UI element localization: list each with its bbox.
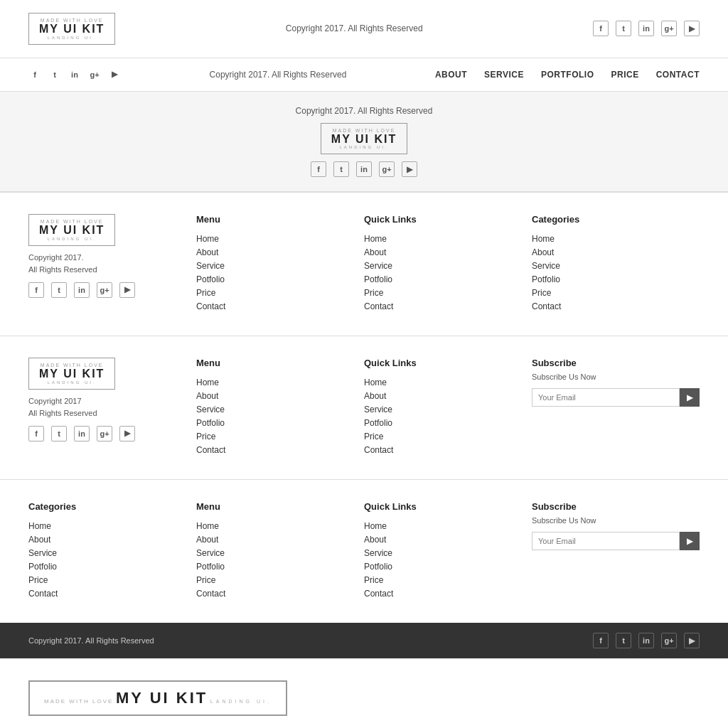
linkedin-icon[interactable]: in	[638, 633, 654, 648]
list-item[interactable]: Potfolio	[196, 418, 225, 428]
nav-about[interactable]: ABOUT	[435, 70, 467, 80]
list-item[interactable]: Potfolio	[532, 274, 560, 284]
list-item[interactable]: Service	[364, 548, 392, 558]
googleplus-icon[interactable]: g+	[661, 21, 677, 36]
nav-service[interactable]: SERVICE	[484, 70, 524, 80]
facebook-icon[interactable]: f	[311, 161, 326, 177]
menu-list: Home About Service Potfolio Price Contac…	[196, 377, 364, 455]
section5-logo: MADE WITH LOVE MY UI KIT LANDING UI.	[28, 358, 115, 390]
nav-contact[interactable]: CONTACT	[656, 70, 700, 80]
youtube-icon[interactable]: ▶	[119, 426, 135, 441]
youtube-icon[interactable]: ▶	[108, 68, 121, 81]
list-item[interactable]: About	[364, 391, 386, 401]
googleplus-icon[interactable]: g+	[661, 633, 677, 648]
list-item[interactable]: Contact	[364, 589, 393, 599]
facebook-icon[interactable]: f	[28, 426, 44, 441]
col-menu-5: Menu Home About Service Potfolio Price C…	[196, 358, 364, 458]
list-item[interactable]: Price	[196, 288, 215, 298]
linkedin-icon[interactable]: in	[74, 426, 90, 441]
list-item[interactable]: Price	[28, 575, 48, 585]
brand-made-with: MADE WITH LOVE	[44, 698, 113, 705]
youtube-icon[interactable]: ▶	[684, 633, 700, 648]
youtube-icon[interactable]: ▶	[402, 161, 417, 177]
subscribe-button[interactable]: ▶	[680, 532, 700, 550]
facebook-icon[interactable]: f	[28, 68, 41, 81]
list-item[interactable]: Service	[532, 261, 560, 271]
youtube-icon[interactable]: ▶	[684, 21, 700, 36]
list-item[interactable]: Service	[364, 405, 392, 414]
email-input[interactable]	[532, 388, 680, 407]
list-item[interactable]: Contact	[28, 589, 58, 599]
list-item[interactable]: Home	[28, 521, 51, 531]
googleplus-icon[interactable]: g+	[97, 282, 112, 298]
list-item[interactable]: Home	[196, 521, 219, 531]
brand-landing: LANDING UI.	[39, 36, 105, 40]
twitter-icon[interactable]: t	[51, 282, 67, 298]
linkedin-icon[interactable]: in	[68, 68, 81, 81]
list-item[interactable]: About	[196, 391, 218, 401]
section5-social: f t in g+ ▶	[28, 426, 196, 441]
list-item[interactable]: Contact	[196, 445, 225, 455]
linkedin-icon[interactable]: in	[356, 161, 372, 177]
list-item[interactable]: Contact	[364, 445, 393, 455]
facebook-icon[interactable]: f	[28, 282, 44, 298]
quick-links-list: Home About Service Potfolio Price Contac…	[364, 520, 532, 599]
list-item[interactable]: Contact	[364, 301, 393, 311]
nav-price[interactable]: PRICE	[611, 70, 639, 80]
list-item[interactable]: Home	[196, 378, 219, 387]
list-item[interactable]: Price	[196, 432, 215, 441]
subscribe-button[interactable]: ▶	[680, 388, 700, 407]
list-item[interactable]: Contact	[196, 589, 225, 599]
list-item[interactable]: Home	[364, 378, 387, 387]
twitter-icon[interactable]: t	[333, 161, 349, 177]
linkedin-icon[interactable]: in	[638, 21, 654, 36]
list-item[interactable]: Home	[196, 234, 219, 244]
list-item[interactable]: Service	[196, 548, 225, 558]
googleplus-icon[interactable]: g+	[88, 68, 101, 81]
list-item[interactable]: Service	[364, 261, 392, 271]
twitter-icon[interactable]: t	[616, 21, 631, 36]
list-item[interactable]: Potfolio	[364, 562, 392, 572]
quick-links-title: Quick Links	[364, 501, 532, 512]
list-item[interactable]: Potfolio	[364, 418, 392, 428]
list-item[interactable]: Price	[196, 575, 215, 585]
list-item[interactable]: Price	[364, 288, 383, 298]
section4-footer: MADE WITH LOVE MY UI KIT LANDING UI. Cop…	[0, 192, 728, 336]
googleplus-icon[interactable]: g+	[379, 161, 395, 177]
nav-portfolio[interactable]: PORTFOLIO	[541, 70, 594, 80]
list-item[interactable]: Potfolio	[28, 562, 57, 572]
twitter-icon[interactable]: t	[616, 633, 631, 648]
section1-social-icons: f t in g+ ▶	[593, 21, 700, 36]
list-item[interactable]: About	[196, 535, 218, 545]
list-item[interactable]: Home	[532, 234, 555, 244]
list-item[interactable]: About	[532, 247, 554, 257]
googleplus-icon[interactable]: g+	[97, 426, 112, 441]
list-item[interactable]: About	[196, 247, 218, 257]
list-item[interactable]: Potfolio	[364, 274, 392, 284]
list-item[interactable]: Price	[532, 288, 551, 298]
col-menu-6: Menu Home About Service Potfolio Price C…	[196, 501, 364, 601]
facebook-icon[interactable]: f	[593, 21, 609, 36]
list-item[interactable]: Home	[364, 234, 387, 244]
linkedin-icon[interactable]: in	[74, 282, 90, 298]
facebook-icon[interactable]: f	[593, 633, 609, 648]
section3-center: Copyright 2017. All Rights Reserved MADE…	[0, 92, 728, 193]
twitter-icon[interactable]: t	[48, 68, 61, 81]
list-item[interactable]: About	[364, 247, 386, 257]
list-item[interactable]: About	[364, 535, 386, 545]
list-item[interactable]: Contact	[532, 301, 561, 311]
email-input[interactable]	[532, 532, 680, 550]
list-item[interactable]: Price	[364, 575, 383, 585]
list-item[interactable]: Potfolio	[196, 274, 225, 284]
list-item[interactable]: About	[28, 535, 50, 545]
list-item[interactable]: Service	[196, 261, 225, 271]
list-item[interactable]: Home	[364, 521, 387, 531]
col-quick-links: Quick Links Home About Service Potfolio …	[364, 214, 532, 314]
list-item[interactable]: Service	[28, 548, 57, 558]
list-item[interactable]: Service	[196, 405, 225, 414]
list-item[interactable]: Potfolio	[196, 562, 225, 572]
youtube-icon[interactable]: ▶	[119, 282, 135, 298]
twitter-icon[interactable]: t	[51, 426, 67, 441]
list-item[interactable]: Price	[364, 432, 383, 441]
list-item[interactable]: Contact	[196, 301, 225, 311]
